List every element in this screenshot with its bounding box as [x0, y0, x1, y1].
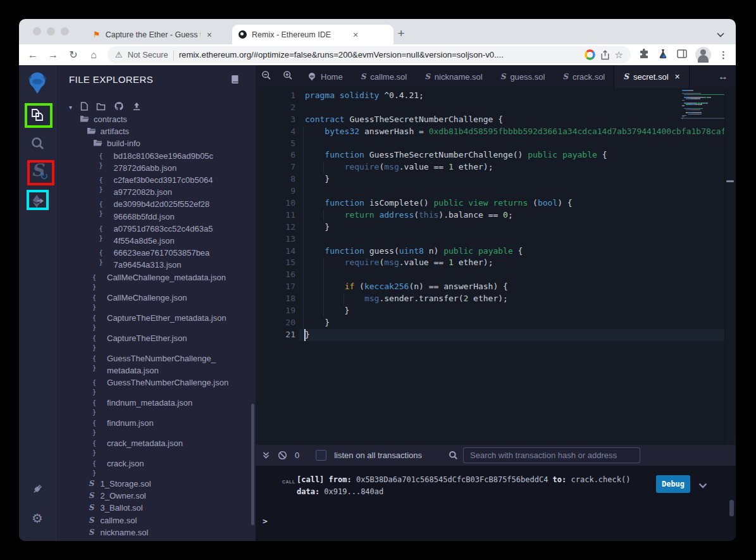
editor-tab-guess-sol[interactable]: Sguess.sol: [492, 65, 554, 88]
code-line[interactable]: 5: [256, 138, 725, 150]
editor-tab-crack-sol[interactable]: Scrack.sol: [554, 65, 614, 88]
tree-item[interactable]: S2_Owner.sol: [56, 490, 256, 502]
new-tab-button[interactable]: +: [393, 26, 409, 41]
tree-item[interactable]: { }findnum_metadata.json: [56, 397, 256, 417]
close-tab-icon[interactable]: ×: [206, 30, 213, 39]
tree-item[interactable]: { }crack.json: [56, 457, 256, 478]
editor-tab-callme-sol[interactable]: Scallme.sol: [352, 65, 416, 88]
tree-item[interactable]: { }findnum.json: [56, 417, 256, 437]
bookmark-star-icon[interactable]: ☆: [615, 49, 623, 61]
code-line[interactable]: 8 }: [256, 173, 725, 185]
code-line[interactable]: 6 function GuessTheSecretNumberChallenge…: [256, 149, 725, 161]
tree-item[interactable]: S3_Ballot.sol: [56, 502, 256, 514]
browser-tab-capture-the-ether[interactable]: ⚑ Capture the Ether - Guess the ×: [87, 25, 244, 44]
code-line[interactable]: 7 require(msg.value == 1 ether);: [256, 161, 725, 173]
reload-icon[interactable]: ↻: [67, 49, 80, 61]
settings-gear-icon[interactable]: ⚙: [19, 511, 56, 526]
upload-icon[interactable]: [132, 102, 141, 113]
code-line[interactable]: 19 }: [256, 305, 725, 317]
terminal-scrollbar[interactable]: [729, 500, 734, 516]
close-window-button[interactable]: [33, 27, 41, 35]
tree-item[interactable]: { }CallMeChallenge_metadata.json: [56, 271, 256, 292]
chevron-down-icon[interactable]: [717, 28, 724, 40]
code-line[interactable]: 13: [256, 233, 725, 246]
google-icon[interactable]: [585, 49, 595, 60]
tree-item[interactable]: { }GuessTheNumberChallenge_metadata.json: [56, 352, 256, 376]
share-icon[interactable]: [600, 50, 610, 60]
zoom-out-icon[interactable]: [256, 70, 277, 83]
address-bar[interactable]: ⚠ Not Secure remix.ethereum.org/#optimiz…: [108, 46, 631, 63]
flask-extension-icon[interactable]: [657, 48, 669, 62]
editor-tab-home[interactable]: Home: [299, 65, 352, 88]
tree-item[interactable]: Snickname.sol: [56, 526, 256, 538]
code-line[interactable]: 18 msg.sender.transfer(2 ether);: [256, 293, 725, 305]
new-folder-icon[interactable]: [96, 102, 106, 113]
book-icon[interactable]: [231, 75, 239, 87]
editor-scrollbar[interactable]: [724, 88, 736, 445]
code-line[interactable]: 4 bytes32 answerHash = 0xdb81b4d58595fbb…: [256, 126, 725, 138]
profile-avatar[interactable]: [695, 47, 711, 63]
plugin-manager-icon[interactable]: [19, 483, 56, 495]
tree-item[interactable]: { }de3099b4d2d025f552ef2896668b5fdd.json: [56, 198, 256, 222]
close-tab-icon[interactable]: ×: [675, 72, 680, 82]
tree-item[interactable]: contracts: [56, 113, 256, 125]
expand-horizontal-icon[interactable]: ↔: [710, 71, 736, 82]
transaction-search-input[interactable]: [463, 447, 640, 463]
zoom-in-icon[interactable]: [277, 70, 299, 83]
close-tab-icon[interactable]: ×: [352, 30, 359, 39]
tree-item[interactable]: artifacts: [56, 125, 256, 137]
code-editor[interactable]: 1pragma solidity ^0.4.21;23contract Gues…: [256, 88, 736, 445]
code-line[interactable]: 10 function isComplete() public view ret…: [256, 197, 725, 209]
debug-button[interactable]: Debug: [656, 475, 690, 493]
minimap[interactable]: [681, 89, 725, 119]
side-panel-icon[interactable]: [676, 48, 688, 62]
search-icon[interactable]: [19, 136, 56, 151]
minimize-window-button[interactable]: [47, 27, 55, 35]
clear-console-icon[interactable]: [278, 451, 287, 460]
tree-item[interactable]: Sguess.sol: [56, 538, 256, 541]
browser-menu-icon[interactable]: ⋮: [719, 49, 728, 61]
extensions-puzzle-icon[interactable]: [638, 48, 650, 62]
home-icon[interactable]: ⌂: [87, 49, 100, 61]
code-line[interactable]: 16: [256, 269, 725, 281]
editor-tab-nickname-sol[interactable]: Snickname.sol: [416, 65, 492, 88]
tree-item[interactable]: Scallme.sol: [56, 514, 256, 526]
code-line[interactable]: 17 if (keccak256(n) == answerHash) {: [256, 281, 725, 293]
tree-item[interactable]: S1_Storage.sol: [56, 478, 256, 490]
code-line[interactable]: 1pragma solidity ^0.4.21;: [256, 90, 725, 102]
tree-item[interactable]: build-info: [56, 137, 256, 149]
tree-item[interactable]: { }c2faef3b0ecd3917c0b5064a9772082b.json: [56, 174, 256, 198]
tree-item[interactable]: { }CaptureTheEther.json: [56, 332, 256, 352]
url-text[interactable]: remix.ethereum.org/#optimize=false&runs=…: [179, 50, 579, 59]
code-line[interactable]: 3contract GuessTheSecretNumberChallenge …: [256, 114, 725, 126]
remix-logo-icon[interactable]: [19, 71, 56, 95]
expand-log-chevron-icon[interactable]: [698, 480, 707, 491]
back-icon[interactable]: ←: [27, 49, 39, 61]
code-line[interactable]: 12 }: [256, 221, 725, 233]
tree-item[interactable]: { }CaptureTheEther_metadata.json: [56, 312, 256, 332]
code-line[interactable]: 20 }: [256, 317, 725, 329]
tree-item[interactable]: { }GuessTheNumberChallenge.json: [56, 376, 256, 397]
tree-item[interactable]: { }CallMeChallenge.json: [56, 292, 256, 312]
tree-item[interactable]: { }66623eae7617053857bea7a96454a313.json: [56, 247, 256, 271]
zoom-window-button[interactable]: [61, 27, 69, 35]
code-line[interactable]: 9: [256, 185, 725, 197]
forward-icon[interactable]: →: [47, 49, 59, 61]
code-line[interactable]: 21}: [256, 329, 725, 341]
editor-tab-secret-sol[interactable]: Ssecret.sol×: [614, 65, 690, 88]
browser-tab-remix[interactable]: Remix - Ethereum IDE ×: [232, 25, 393, 44]
tree-item[interactable]: { }crack_metadata.json: [56, 437, 256, 457]
terminal-prompt[interactable]: >: [263, 516, 268, 526]
code-line[interactable]: 14 function guess(uint8 n) public payabl…: [256, 246, 725, 258]
github-icon[interactable]: [114, 101, 124, 113]
panel-scrollbar[interactable]: [251, 404, 254, 525]
code-line[interactable]: 11 return address(this).balance == 0;: [256, 209, 725, 221]
listen-checkbox[interactable]: [316, 450, 326, 461]
code-line[interactable]: 15 require(msg.value == 1 ether);: [256, 257, 725, 269]
new-file-icon[interactable]: [80, 102, 88, 113]
collapse-terminal-icon[interactable]: [262, 451, 270, 459]
workspace-caret-icon[interactable]: ▾: [69, 104, 72, 111]
tree-item[interactable]: { }a07951d7683cc52c4d63a54f554a8d5e.json: [56, 223, 256, 247]
tree-item[interactable]: { }bd18c81063ee196ad9b05c27872d6abb.json: [56, 150, 256, 174]
code-line[interactable]: 2: [256, 102, 725, 114]
